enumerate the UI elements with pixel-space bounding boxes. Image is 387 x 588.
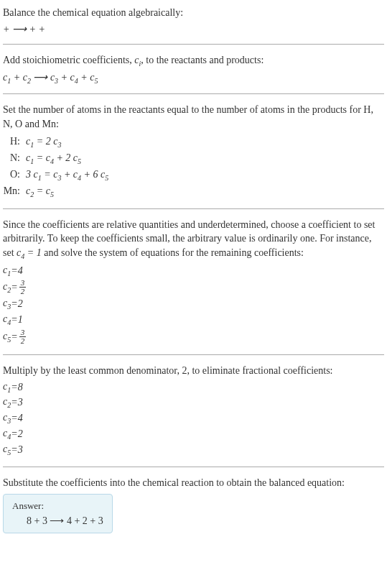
atom-equation: c1 = c4 + 2 c5 xyxy=(26,150,81,167)
atom-equation: 3 c1 = c3 + c4 + 6 c5 xyxy=(26,167,108,183)
atoms-table: H: c1 = 2 c3 N: c1 = c4 + 2 c5 O: 3 c1 =… xyxy=(3,134,384,199)
answer-box: Answer: 8 + 3 ⟶ 4 + 2 + 3 xyxy=(3,494,113,533)
answer-label: Answer: xyxy=(12,500,103,512)
divider xyxy=(3,354,384,355)
coeff-val: 8 xyxy=(18,380,23,395)
coeff-row: c3 = 4 xyxy=(3,410,384,426)
eq-c4: c4 xyxy=(70,72,78,83)
coeff-list-integer: c1 = 8 c2 = 3 c3 = 4 c4 = 2 c5 = 3 xyxy=(3,380,384,458)
multiply-title: Multiply by the least common denominator… xyxy=(3,364,384,378)
atom-label: H: xyxy=(3,134,26,149)
solve-var: c4 = 1 xyxy=(17,247,42,258)
coeff-val: 3 xyxy=(18,443,23,457)
atom-row-o: O: 3 c1 = c3 + c4 + 6 c5 xyxy=(3,167,384,183)
eq-c1: c1 xyxy=(3,72,11,83)
substitute-title: Substitute the coefficients into the che… xyxy=(3,476,384,490)
coeff-row: c1 = 8 xyxy=(3,380,384,395)
atom-label: Mn: xyxy=(3,183,26,198)
eq-c3: c3 xyxy=(50,72,58,83)
coeff-val: 4 xyxy=(18,411,23,426)
answer-equation: 8 + 3 ⟶ 4 + 2 + 3 xyxy=(12,515,103,527)
section-multiply: Multiply by the least common denominator… xyxy=(3,364,384,458)
coeff-val: 4 xyxy=(18,264,23,278)
divider xyxy=(3,208,384,209)
coeff-row: c1 = 4 xyxy=(3,263,384,279)
coeff-row: c2 = 3 xyxy=(3,395,384,410)
coeff-row: c5 = 3 xyxy=(3,442,384,458)
coeff-row: c4 = 2 xyxy=(3,426,384,442)
divider xyxy=(3,467,384,467)
coeff-row: c5 = 32 xyxy=(3,328,384,346)
atom-row-h: H: c1 = 2 c3 xyxy=(3,134,384,150)
section-balance-intro: Balance the chemical equation algebraica… xyxy=(3,6,384,35)
fraction: 32 xyxy=(19,279,27,295)
coeff-equation: c1 + c2 ⟶ c3 + c4 + c5 xyxy=(3,71,384,85)
atom-row-mn: Mn: c2 = c5 xyxy=(3,183,384,200)
coeff-var: ci xyxy=(134,55,141,65)
atom-equation: c1 = 2 c3 xyxy=(26,134,61,150)
arrow-icon: ⟶ xyxy=(33,71,47,83)
eq-c2: c2 xyxy=(23,72,31,83)
add-coeff-title: Add stoichiometric coefficients, ci, to … xyxy=(3,53,384,69)
coeff-list-fractional: c1 = 4 c2 = 32 c3 = 2 c4 = 1 c5 = 32 xyxy=(3,263,384,346)
solve-text2: and solve the system of equations for th… xyxy=(42,247,304,258)
atom-equation: c2 = c5 xyxy=(26,183,54,200)
coeff-row: c3 = 2 xyxy=(3,296,384,312)
balance-title: Balance the chemical equation algebraica… xyxy=(3,6,384,20)
frac-den: 2 xyxy=(19,337,27,345)
section-solve: Since the coefficients are relative quan… xyxy=(3,218,384,346)
add-coeff-text1: Add stoichiometric coefficients, xyxy=(3,55,134,65)
atom-balance-title: Set the number of atoms in the reactants… xyxy=(3,103,384,131)
section-atom-balance: Set the number of atoms in the reactants… xyxy=(3,103,384,199)
divider xyxy=(3,44,384,45)
coeff-val: 1 xyxy=(18,313,23,327)
coeff-val: 3 xyxy=(18,395,23,410)
atom-label: N: xyxy=(3,150,26,165)
initial-equation: + ⟶ + + xyxy=(3,23,384,35)
solve-title: Since the coefficients are relative quan… xyxy=(3,218,384,262)
atom-row-n: N: c1 = c4 + 2 c5 xyxy=(3,150,384,167)
coeff-val: 2 xyxy=(18,297,23,311)
frac-den: 2 xyxy=(19,288,27,295)
coeff-val: 2 xyxy=(18,427,23,441)
divider xyxy=(3,93,384,94)
section-add-coefficients: Add stoichiometric coefficients, ci, to … xyxy=(3,53,384,86)
atom-label: O: xyxy=(3,167,26,182)
add-coeff-text2: , to the reactants and products: xyxy=(141,55,264,65)
coeff-row: c2 = 32 xyxy=(3,278,384,296)
fraction: 32 xyxy=(19,329,27,345)
coeff-row: c4 = 1 xyxy=(3,312,384,328)
eq-c5: c5 xyxy=(90,72,98,83)
section-substitute: Substitute the coefficients into the che… xyxy=(3,476,384,534)
